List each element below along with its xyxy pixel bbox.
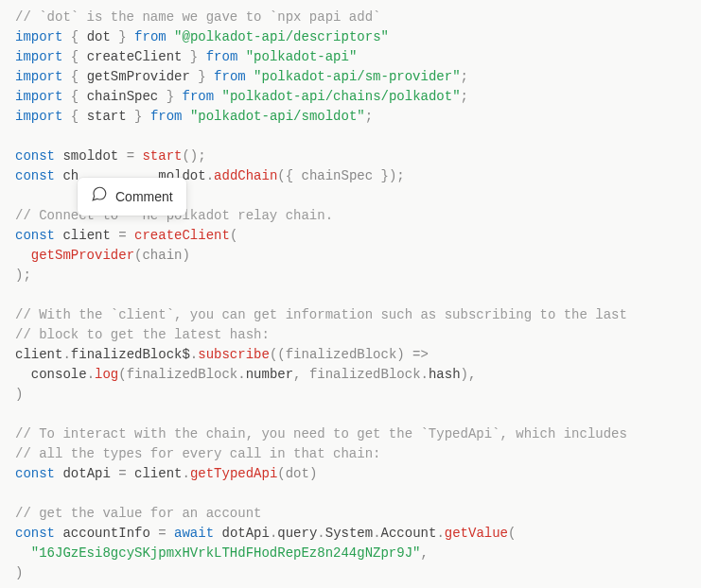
kw-import: import: [15, 29, 62, 44]
code-block[interactable]: // `dot` is the name we gave to `npx pap…: [15, 8, 686, 583]
comment-tooltip[interactable]: Comment: [78, 178, 186, 216]
comment-label: Comment: [115, 187, 173, 207]
comment-icon: [91, 185, 108, 208]
comment: // `dot` is the name we gave to `npx pap…: [15, 9, 380, 25]
